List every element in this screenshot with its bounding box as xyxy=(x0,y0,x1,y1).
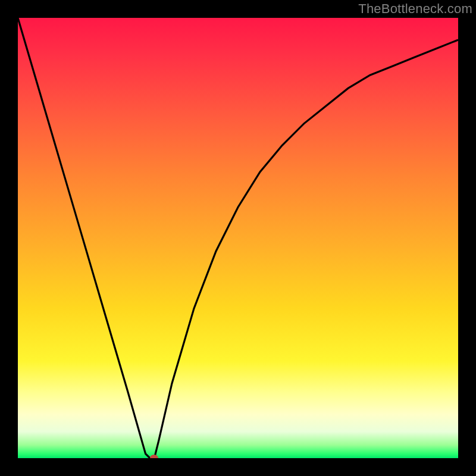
watermark-text: TheBottleneck.com xyxy=(358,1,472,17)
curve-line xyxy=(18,18,458,458)
chart-frame: TheBottleneck.com xyxy=(0,0,476,476)
plot-area xyxy=(18,18,458,458)
minimum-marker xyxy=(150,455,158,458)
curve-svg xyxy=(18,18,458,458)
